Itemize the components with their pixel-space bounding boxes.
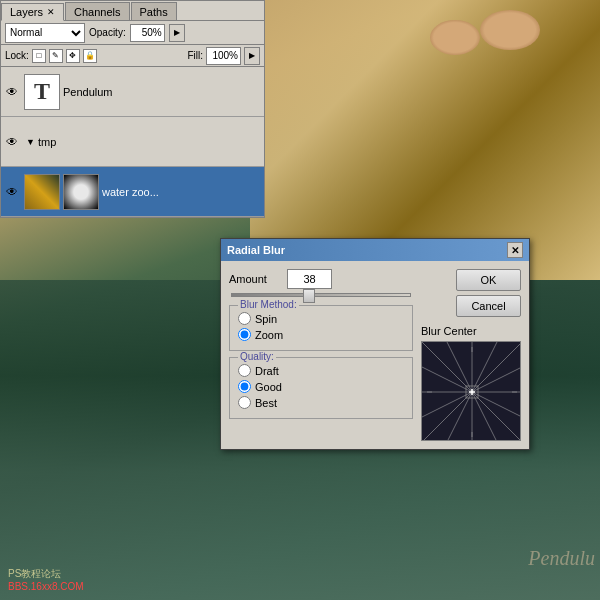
amount-slider-thumb[interactable] bbox=[303, 289, 315, 303]
quality-draft-radio[interactable] bbox=[238, 364, 251, 377]
blur-method-zoom-radio[interactable] bbox=[238, 328, 251, 341]
svg-line-13 bbox=[472, 392, 521, 417]
blur-method-spin-label: Spin bbox=[255, 313, 277, 325]
radial-blur-dialog: Radial Blur ✕ Amount Blur Method: bbox=[220, 238, 530, 450]
blur-method-spin-row: Spin bbox=[238, 312, 404, 325]
blur-center-canvas[interactable]: .blur-line { stroke: #aaaaaa; stroke-wid… bbox=[421, 341, 521, 441]
cancel-button[interactable]: Cancel bbox=[456, 295, 521, 317]
blur-method-spin-radio[interactable] bbox=[238, 312, 251, 325]
quality-section: Quality: Draft Good Best bbox=[229, 357, 413, 419]
blur-center-label: Blur Center bbox=[421, 325, 521, 337]
dialog-title: Radial Blur bbox=[227, 244, 285, 256]
svg-line-4 bbox=[422, 392, 472, 441]
amount-label: Amount bbox=[229, 273, 279, 285]
dialog-body: Amount Blur Method: Spin bbox=[221, 261, 529, 449]
blur-method-section: Blur Method: Spin Zoom bbox=[229, 305, 413, 351]
quality-good-row: Good bbox=[238, 380, 404, 393]
amount-row: Amount bbox=[229, 269, 413, 289]
quality-draft-row: Draft bbox=[238, 364, 404, 377]
dialog-titlebar: Radial Blur ✕ bbox=[221, 239, 529, 261]
svg-line-5 bbox=[472, 392, 521, 441]
quality-label: Quality: bbox=[238, 351, 276, 362]
dialog-close-button[interactable]: ✕ bbox=[507, 242, 523, 258]
dialog-left-panel: Amount Blur Method: Spin bbox=[229, 269, 413, 441]
blur-method-zoom-row: Zoom bbox=[238, 328, 404, 341]
blur-method-label: Blur Method: bbox=[238, 299, 299, 310]
blur-method-zoom-label: Zoom bbox=[255, 329, 283, 341]
quality-draft-label: Draft bbox=[255, 365, 279, 377]
amount-input[interactable] bbox=[287, 269, 332, 289]
quality-good-radio[interactable] bbox=[238, 380, 251, 393]
svg-line-3 bbox=[472, 342, 521, 392]
svg-line-6 bbox=[472, 367, 521, 392]
quality-best-radio[interactable] bbox=[238, 396, 251, 409]
blur-center-area: Blur Center .blur-line { stroke: #aaaaaa… bbox=[421, 325, 521, 441]
dialog-overlay: Radial Blur ✕ Amount Blur Method: bbox=[0, 0, 600, 600]
dialog-right-panel: OK Cancel Blur Center .blur-line { strok… bbox=[421, 269, 521, 441]
svg-line-9 bbox=[422, 367, 472, 392]
svg-line-12 bbox=[472, 392, 497, 441]
amount-slider-track[interactable] bbox=[231, 293, 411, 297]
quality-best-row: Best bbox=[238, 396, 404, 409]
ok-button[interactable]: OK bbox=[456, 269, 521, 291]
svg-line-10 bbox=[422, 392, 472, 417]
svg-line-8 bbox=[447, 342, 472, 392]
quality-best-label: Best bbox=[255, 397, 277, 409]
quality-good-label: Good bbox=[255, 381, 282, 393]
svg-line-7 bbox=[472, 342, 497, 392]
amount-slider-container bbox=[229, 293, 413, 297]
svg-line-2 bbox=[422, 342, 472, 392]
svg-line-11 bbox=[447, 392, 472, 441]
